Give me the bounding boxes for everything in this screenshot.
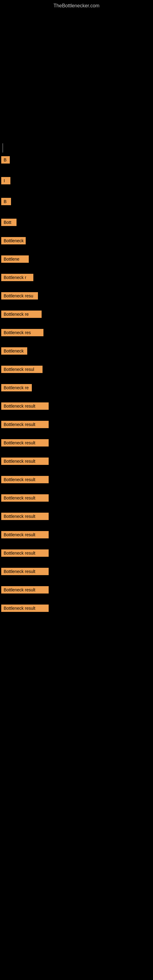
- bottleneck-badge[interactable]: Bottleneck res: [1, 329, 43, 336]
- bottleneck-badge[interactable]: B: [1, 198, 11, 205]
- list-item: Bottleneck res: [1, 326, 153, 340]
- bottleneck-badge[interactable]: Bottleneck resu: [1, 292, 38, 299]
- list-item: Bottleneck result: [1, 565, 153, 579]
- bottleneck-badge[interactable]: Bottleneck result: [1, 402, 49, 410]
- list-item: Bott: [1, 216, 153, 230]
- list-item: Bottleneck: [1, 235, 153, 248]
- list-item: Bottleneck result: [1, 418, 153, 432]
- bottleneck-badge[interactable]: Bottlene: [1, 255, 29, 263]
- bottleneck-badge[interactable]: Bottleneck re: [1, 384, 32, 391]
- list-item: B: [1, 196, 153, 209]
- bottleneck-badge[interactable]: Bottleneck r: [1, 274, 33, 281]
- bottleneck-badge[interactable]: Bottleneck result: [1, 421, 49, 428]
- list-item: B: [1, 154, 153, 167]
- list-item: Bottleneck result: [1, 547, 153, 560]
- bottleneck-badge[interactable]: Bottleneck: [1, 237, 26, 244]
- list-item: Bottleneck: [1, 345, 153, 358]
- list-item: Bottleneck result: [1, 437, 153, 450]
- list-item: Bottleneck result: [1, 474, 153, 487]
- list-item: Bottleneck resul: [1, 363, 153, 377]
- list-item: Bottleneck result: [1, 455, 153, 469]
- bottleneck-list: BIBBottBottleneckBottleneBottleneck rBot…: [0, 12, 153, 617]
- list-item: Bottleneck result: [1, 510, 153, 524]
- bottleneck-badge[interactable]: Bottleneck result: [1, 586, 49, 593]
- bottleneck-badge[interactable]: Bott: [1, 219, 16, 226]
- bottleneck-badge[interactable]: Bottleneck result: [1, 476, 49, 483]
- list-item: Bottleneck result: [1, 584, 153, 597]
- site-title: TheBottlenecker.com: [0, 0, 153, 12]
- vertical-line: [2, 143, 3, 153]
- bottleneck-badge[interactable]: Bottleneck result: [1, 494, 49, 502]
- bottleneck-badge[interactable]: Bottleneck result: [1, 531, 49, 538]
- bottleneck-badge[interactable]: Bottleneck result: [1, 549, 49, 557]
- bottleneck-badge[interactable]: Bottleneck result: [1, 458, 49, 465]
- list-item: Bottleneck result: [1, 400, 153, 414]
- bottleneck-badge[interactable]: Bottleneck result: [1, 439, 49, 447]
- list-item: Bottleneck re: [1, 382, 153, 395]
- bottleneck-badge[interactable]: Bottleneck result: [1, 513, 49, 520]
- bottleneck-badge[interactable]: Bottleneck result: [1, 605, 49, 612]
- bottleneck-badge[interactable]: Bottleneck: [1, 347, 27, 355]
- bottleneck-badge[interactable]: B: [1, 156, 10, 164]
- list-item: Bottleneck r: [1, 271, 153, 285]
- list-item: Bottleneck result: [1, 602, 153, 616]
- list-item: I: [1, 175, 153, 188]
- list-item: Bottleneck resu: [1, 290, 153, 303]
- bottleneck-badge[interactable]: Bottleneck resul: [1, 366, 43, 373]
- list-item: Bottleneck result: [1, 492, 153, 505]
- bottleneck-badge[interactable]: Bottleneck result: [1, 568, 49, 575]
- bottleneck-badge[interactable]: I: [1, 177, 10, 185]
- list-item: Bottleneck result: [1, 528, 153, 542]
- bottleneck-badge[interactable]: Bottleneck re: [1, 310, 41, 318]
- list-item: Bottleneck re: [1, 308, 153, 321]
- list-item: Bottlene: [1, 253, 153, 266]
